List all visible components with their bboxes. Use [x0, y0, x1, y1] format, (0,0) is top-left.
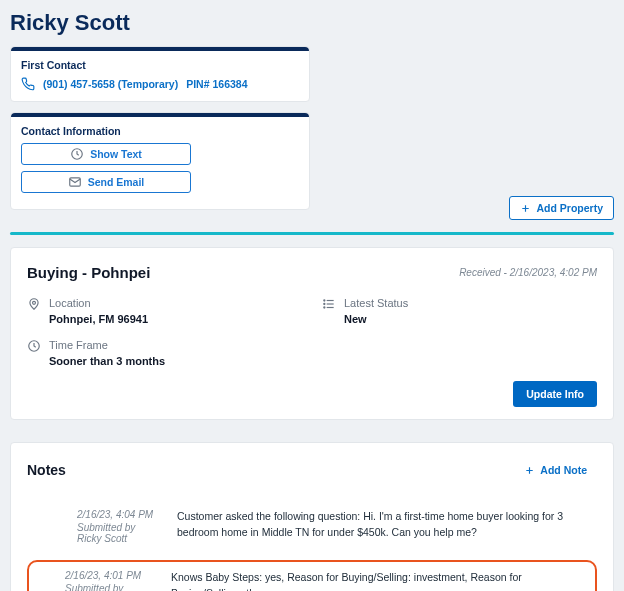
timeframe-label: Time Frame [49, 339, 165, 351]
svg-point-2 [33, 301, 36, 304]
note-body: Customer asked the following question: H… [177, 509, 589, 544]
field-status: Latest Status New [322, 297, 597, 325]
timeframe-value: Sooner than 3 months [49, 355, 165, 367]
lead-received: Received - 2/16/2023, 4:02 PM [459, 267, 597, 278]
note-row-highlighted: 2/16/23, 4:01 PM Submitted by Ricky Scot… [27, 560, 597, 591]
add-property-button[interactable]: Add Property [509, 196, 614, 220]
list-icon [322, 297, 336, 311]
phone-icon [21, 77, 35, 91]
note-submitter: Submitted by Ricky Scott [65, 583, 149, 591]
svg-point-6 [324, 300, 325, 301]
status-label: Latest Status [344, 297, 408, 309]
location-value: Pohnpei, FM 96941 [49, 313, 148, 325]
show-text-label: Show Text [90, 148, 142, 160]
note-row: 2/16/23, 4:04 PM Submitted by Ricky Scot… [27, 499, 597, 554]
svg-point-7 [324, 303, 325, 304]
update-info-button[interactable]: Update Info [513, 381, 597, 407]
clock-icon [70, 147, 84, 161]
field-location: Location Pohnpei, FM 96941 [27, 297, 302, 325]
add-note-label: Add Note [540, 464, 587, 476]
contact-info-card: Contact Information Show Text Send Email [10, 112, 310, 210]
email-icon [68, 175, 82, 189]
clock-icon [27, 339, 41, 353]
lead-title: Buying - Pohnpei [27, 264, 150, 281]
send-email-label: Send Email [88, 176, 145, 188]
note-submitter: Submitted by Ricky Scott [77, 522, 155, 544]
status-value: New [344, 313, 408, 325]
notes-card: Notes Add Note 2/16/23, 4:04 PM Submitte… [10, 442, 614, 591]
first-contact-heading: First Contact [21, 59, 299, 71]
show-text-button[interactable]: Show Text [21, 143, 191, 165]
pin-link[interactable]: PIN# 166384 [186, 78, 247, 90]
note-timestamp: 2/16/23, 4:01 PM [65, 570, 149, 581]
location-label: Location [49, 297, 148, 309]
plus-icon [524, 465, 535, 476]
add-note-button[interactable]: Add Note [514, 459, 597, 481]
add-property-label: Add Property [536, 202, 603, 214]
separator [10, 232, 614, 235]
first-contact-card: First Contact (901) 457-5658 (Temporary)… [10, 46, 310, 102]
phone-link[interactable]: (901) 457-5658 (Temporary) [43, 78, 178, 90]
page-title: Ricky Scott [10, 10, 614, 36]
plus-icon [520, 203, 531, 214]
lead-card: Buying - Pohnpei Received - 2/16/2023, 4… [10, 247, 614, 420]
contact-info-heading: Contact Information [21, 125, 299, 137]
note-timestamp: 2/16/23, 4:04 PM [77, 509, 155, 520]
location-icon [27, 297, 41, 311]
field-timeframe: Time Frame Sooner than 3 months [27, 339, 597, 367]
note-body: Knows Baby Steps: yes, Reason for Buying… [171, 570, 589, 591]
notes-title: Notes [27, 462, 66, 478]
svg-point-8 [324, 307, 325, 308]
send-email-button[interactable]: Send Email [21, 171, 191, 193]
